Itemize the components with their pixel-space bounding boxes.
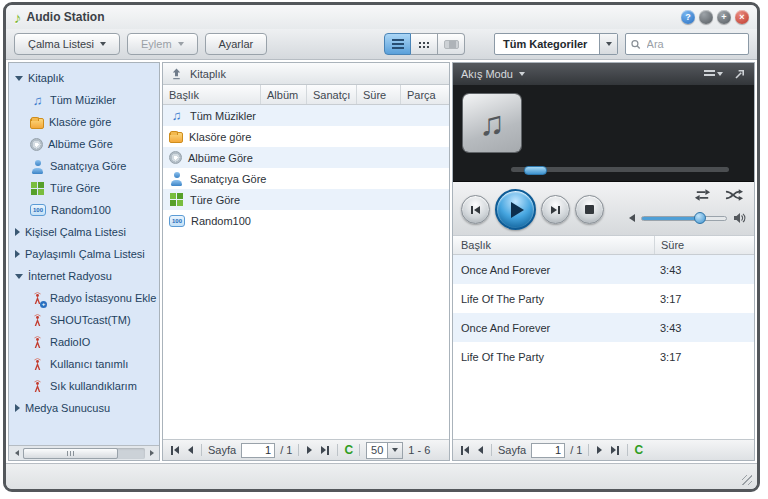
table-row[interactable]: Random100: [163, 210, 449, 231]
chevron-down-icon[interactable]: [519, 72, 525, 76]
volume-slider-thumb[interactable]: [694, 212, 706, 224]
chevron-right-icon[interactable]: [15, 250, 20, 258]
page-size-select[interactable]: 50: [366, 442, 403, 459]
chevron-down-icon[interactable]: [15, 274, 23, 279]
column-header-sanatci[interactable]: Sanatçı: [307, 85, 357, 104]
queue-row[interactable]: Once And Forever3:43: [453, 313, 754, 342]
resize-grip[interactable]: [742, 475, 752, 485]
sidebar-item-random100[interactable]: Random100: [9, 199, 159, 221]
sidebar-item-paylasimli-calma-listesi[interactable]: Paylaşımlı Çalma Listesi: [9, 243, 159, 265]
last-page-button[interactable]: [609, 444, 621, 457]
queue-row[interactable]: Once And Forever3:43: [453, 255, 754, 284]
refresh-icon[interactable]: [634, 443, 643, 457]
sidebar-item-medya-sunucusu[interactable]: Medya Sunucusu: [9, 397, 159, 419]
play-button[interactable]: [495, 189, 536, 230]
horizontal-scrollbar[interactable]: [9, 445, 159, 460]
category-select[interactable]: Tüm Kategoriler: [494, 33, 618, 55]
playlist-button-label: Çalma Listesi: [28, 38, 94, 50]
settings-button[interactable]: Ayarlar: [205, 33, 268, 55]
sidebar-item-ture-gore[interactable]: Türe Göre: [9, 177, 159, 199]
queue-menu-button[interactable]: [704, 70, 723, 78]
chevron-down-icon[interactable]: [15, 76, 23, 81]
volume-slider[interactable]: [641, 216, 727, 221]
table-row[interactable]: Türe Göre: [163, 189, 449, 210]
sidebar-item-radyo-istasyonu-ekle[interactable]: Radyo İstasyonu Ekle: [9, 287, 159, 309]
first-page-button[interactable]: [459, 444, 471, 457]
sidebar-item-kisisel-calma-listesi[interactable]: Kişisel Çalma Listesi: [9, 221, 159, 243]
row-title: Random100: [191, 215, 251, 227]
stream-mode-header: Akış Modu: [453, 63, 754, 85]
up-level-icon[interactable]: [170, 67, 183, 80]
artist-icon: [30, 159, 45, 174]
page-number-input[interactable]: [531, 443, 565, 458]
stream-mode-label[interactable]: Akış Modu: [461, 68, 513, 80]
sidebar-item-label: Kişisel Çalma Listesi: [25, 226, 126, 238]
last-page-button[interactable]: [319, 444, 331, 457]
sidebar-item-tum-muzikler[interactable]: Tüm Müzikler: [9, 89, 159, 111]
table-row[interactable]: Tüm Müzikler: [163, 105, 449, 126]
page-number-input[interactable]: [241, 443, 275, 458]
queue-row[interactable]: Life Of The Party3:17: [453, 342, 754, 371]
column-header-baslik[interactable]: Başlık: [163, 85, 261, 104]
scroll-right-icon[interactable]: [145, 447, 158, 460]
volume-down-icon[interactable]: [629, 214, 635, 222]
sidebar-item-shoutcast[interactable]: SHOUTcast(TM): [9, 309, 159, 331]
shuffle-icon[interactable]: [725, 188, 744, 202]
prev-page-button[interactable]: [186, 444, 195, 456]
table-row[interactable]: Albüme Göre: [163, 147, 449, 168]
prev-page-button[interactable]: [476, 444, 485, 456]
sidebar-item-sik-kullandiklarim[interactable]: Sık kullandıklarım: [9, 375, 159, 397]
previous-button[interactable]: [461, 195, 490, 224]
next-button[interactable]: [541, 195, 570, 224]
column-header-sure[interactable]: Süre: [654, 236, 754, 254]
queue-row[interactable]: Life Of The Party3:17: [453, 284, 754, 313]
stop-button[interactable]: [575, 195, 604, 224]
column-header-sure[interactable]: Süre: [357, 85, 401, 104]
first-page-button[interactable]: [169, 444, 181, 457]
sidebar-item-sanatciya-gore[interactable]: Sanatçıya Göre: [9, 155, 159, 177]
genre-tiles-icon: [30, 181, 45, 196]
pin-player-icon[interactable]: [734, 68, 746, 80]
search-input[interactable]: [645, 37, 743, 51]
speaker-icon[interactable]: [733, 212, 746, 224]
scrollbar-track[interactable]: [23, 448, 145, 459]
sidebar-item-label: Kullanıcı tanımlı: [50, 358, 128, 370]
folder-icon: [169, 132, 183, 143]
table-row[interactable]: Klasöre göre: [163, 126, 449, 147]
sidebar-item-klasore-gore[interactable]: Klasöre göre: [9, 111, 159, 133]
row-title: Sanatçıya Göre: [190, 173, 266, 185]
chevron-down-icon[interactable]: [599, 34, 617, 54]
sidebar-item-internet-radyosu[interactable]: İnternet Radyosu: [9, 265, 159, 287]
chevron-right-icon[interactable]: [15, 228, 20, 236]
chevron-down-icon: [387, 443, 402, 458]
table-row[interactable]: Sanatçıya Göre: [163, 168, 449, 189]
pin-window-button[interactable]: [699, 10, 713, 24]
coverflow-view-button[interactable]: [438, 33, 465, 55]
chevron-right-icon[interactable]: [15, 404, 20, 412]
track-duration: 3:17: [654, 293, 754, 305]
scroll-left-icon[interactable]: [10, 447, 23, 460]
sidebar-item-kullanici-tanimli[interactable]: Kullanıcı tanımlı: [9, 353, 159, 375]
sidebar-item-albume-gore[interactable]: Albüme Göre: [9, 133, 159, 155]
sidebar-item-kitaplik[interactable]: Kitaplık: [9, 67, 159, 89]
refresh-icon[interactable]: [344, 443, 353, 457]
column-header-album[interactable]: Albüm: [261, 85, 307, 104]
next-page-button[interactable]: [595, 444, 604, 456]
grid-view-button[interactable]: [411, 33, 438, 55]
scrollbar-thumb[interactable]: [23, 448, 118, 459]
help-button[interactable]: ?: [681, 10, 695, 24]
close-button[interactable]: ×: [735, 10, 749, 24]
repeat-icon[interactable]: [693, 188, 712, 202]
column-header-parca[interactable]: Parça: [401, 85, 449, 104]
progress-slider[interactable]: [511, 167, 729, 172]
playlist-button[interactable]: Çalma Listesi: [14, 33, 120, 55]
action-button[interactable]: Eylem: [127, 33, 198, 55]
track-duration: 3:43: [654, 322, 754, 334]
next-page-button[interactable]: [305, 444, 314, 456]
sidebar-item-radioio[interactable]: RadioIO: [9, 331, 159, 353]
maximize-button[interactable]: +: [717, 10, 731, 24]
volume-control: [629, 212, 746, 224]
album-disc-icon: [169, 151, 182, 164]
column-header-baslik[interactable]: Başlık: [453, 236, 654, 254]
list-view-button[interactable]: [384, 33, 411, 55]
